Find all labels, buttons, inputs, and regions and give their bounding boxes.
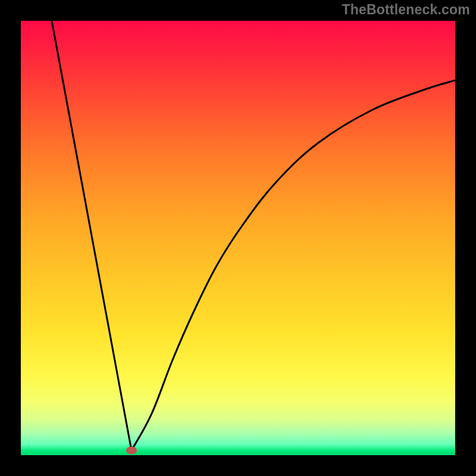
chart-frame: TheBottleneck.com <box>0 0 476 476</box>
curve-path <box>52 21 455 450</box>
optimal-point-marker <box>126 447 137 454</box>
plot-area <box>21 21 455 455</box>
bottleneck-curve <box>21 21 455 455</box>
watermark: TheBottleneck.com <box>342 2 470 18</box>
